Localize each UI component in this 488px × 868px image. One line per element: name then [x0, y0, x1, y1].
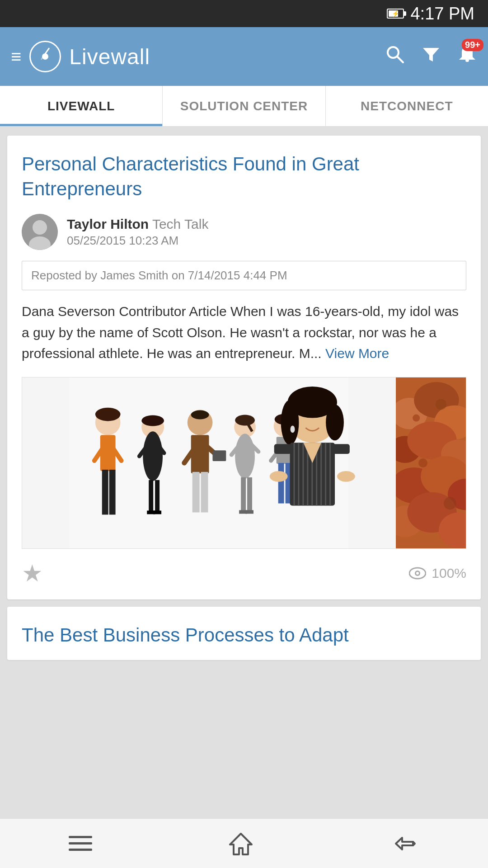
svg-marker-92 [230, 834, 252, 854]
article-excerpt: Dana Severson Contributor Article When I… [22, 301, 466, 364]
svg-point-52 [326, 404, 344, 440]
app-title: Livewall [69, 44, 150, 69]
svg-point-3 [465, 59, 469, 62]
svg-rect-44 [278, 463, 284, 504]
menu-nav-icon[interactable] [69, 834, 92, 853]
author-row: Taylor Hilton Tech Talk 05/25/2015 10:23… [22, 214, 466, 250]
article-image-strip [22, 377, 466, 549]
svg-line-1 [397, 57, 403, 62]
article-card-1: Personal Characteristics Found in Great … [7, 136, 481, 599]
svg-point-23 [141, 415, 164, 426]
notification-badge: 99+ [462, 39, 483, 51]
article-image-side [396, 377, 466, 548]
svg-rect-91 [69, 849, 92, 851]
bottom-nav [0, 818, 488, 868]
svg-point-5 [33, 220, 47, 235]
view-stats: 100% [409, 566, 466, 581]
svg-rect-89 [69, 836, 92, 838]
article-card-2: The Best Business Processes to Adapt [7, 607, 481, 660]
svg-rect-61 [325, 443, 326, 505]
view-percent: 100% [432, 566, 466, 581]
article-footer: ★ 100% [22, 560, 466, 587]
notification-wrapper[interactable]: 99+ [457, 44, 477, 69]
author-channel: Tech Talk [152, 217, 209, 231]
repost-banner: Reposted by James Smith on 7/14/2015 4:4… [22, 261, 466, 290]
svg-point-82 [413, 414, 420, 421]
filter-icon[interactable] [421, 44, 441, 69]
svg-rect-65 [333, 444, 350, 454]
svg-point-84 [418, 458, 427, 467]
tab-solution-center[interactable]: SOLUTION CENTER [163, 86, 325, 126]
svg-point-51 [281, 400, 299, 444]
svg-point-83 [436, 399, 446, 410]
svg-rect-20 [155, 480, 160, 511]
eye-icon [409, 567, 426, 580]
battery-icon: ⚡ [387, 9, 404, 19]
svg-rect-27 [201, 472, 208, 513]
svg-rect-11 [109, 470, 116, 514]
svg-rect-62 [329, 443, 331, 505]
compass-icon [29, 41, 61, 72]
article-title-1[interactable]: Personal Characteristics Found in Great … [22, 152, 466, 201]
svg-rect-54 [294, 443, 295, 505]
author-date: 05/25/2015 10:23 AM [67, 234, 208, 248]
author-info: Taylor Hilton Tech Talk 05/25/2015 10:23… [67, 217, 208, 248]
svg-rect-37 [247, 477, 252, 511]
article-image-main [22, 377, 396, 548]
svg-rect-10 [102, 470, 108, 514]
svg-point-68 [291, 425, 295, 433]
svg-rect-56 [302, 443, 304, 505]
svg-point-85 [444, 497, 456, 509]
svg-point-14 [95, 407, 121, 421]
svg-rect-22 [153, 510, 161, 514]
main-content: Personal Characteristics Found in Great … [0, 127, 488, 818]
home-nav-icon[interactable] [229, 832, 253, 855]
app-header: ≡ Livewall 99+ [0, 27, 488, 86]
svg-rect-36 [241, 477, 246, 511]
svg-marker-2 [423, 48, 439, 61]
svg-point-31 [191, 410, 209, 419]
article-title-2[interactable]: The Best Business Processes to Adapt [22, 623, 466, 648]
header-icons: 99+ [385, 44, 477, 69]
search-icon[interactable] [385, 44, 405, 69]
tab-livewall[interactable]: LIVEWALL [0, 86, 163, 126]
svg-rect-30 [212, 450, 226, 461]
author-avatar [22, 214, 58, 250]
svg-rect-55 [298, 443, 299, 505]
star-icon[interactable]: ★ [22, 560, 43, 587]
svg-rect-39 [245, 510, 253, 514]
hamburger-icon[interactable]: ≡ [11, 47, 21, 66]
tab-netconnect[interactable]: NETCONNECT [326, 86, 488, 126]
svg-rect-90 [69, 842, 92, 844]
author-name-row: Taylor Hilton Tech Talk [67, 217, 208, 232]
svg-point-67 [337, 471, 355, 482]
tab-bar: LIVEWALL SOLUTION CENTER NETCONNECT [0, 86, 488, 127]
svg-rect-64 [274, 444, 291, 454]
view-more-link[interactable]: View More [325, 346, 389, 361]
status-time: 4:17 PM [410, 4, 474, 24]
svg-rect-60 [320, 443, 322, 505]
status-bar: ⚡ 4:17 PM [0, 0, 488, 27]
author-name: Taylor Hilton [67, 217, 149, 231]
svg-point-88 [416, 572, 419, 575]
svg-point-66 [270, 471, 288, 482]
back-nav-icon[interactable] [389, 834, 419, 853]
svg-rect-26 [192, 472, 200, 513]
svg-rect-19 [149, 480, 153, 511]
